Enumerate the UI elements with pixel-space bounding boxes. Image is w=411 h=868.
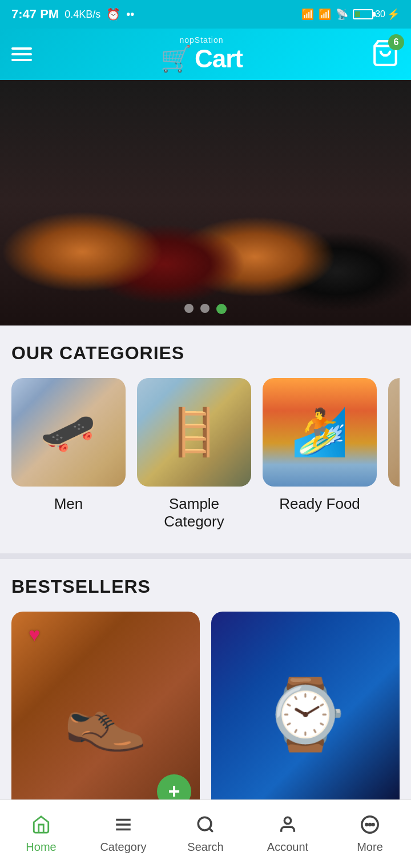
nav-item-search[interactable]: Search [164,809,247,859]
logo-cart-row: 🛒 Cart [160,45,243,73]
category-name-sample: Sample Category [137,495,251,531]
signal-icon: 📶 [301,8,314,21]
bestsellers-section: BESTSELLERS 👞 ♥ + ⌚ [0,559,411,834]
logo: nopStation 🛒 Cart [160,35,243,73]
category-icon [114,815,133,837]
hamburger-menu[interactable] [11,47,32,61]
banner-dots [184,304,227,314]
account-icon [278,815,297,837]
svg-point-10 [372,823,374,825]
svg-point-9 [369,823,371,825]
nav-label-search: Search [187,841,223,854]
nav-item-account[interactable]: Account [247,809,329,859]
more-icon [360,815,380,837]
svg-point-4 [198,817,211,830]
alarm-icon: ⏰ [106,7,120,21]
category-item-extra[interactable]: 🏜️ [388,378,400,531]
logo-top-text: nopStation [180,35,224,45]
logo-main-text: Cart [195,45,243,73]
wifi-icon: 📡 [336,8,348,21]
category-extra-emoji: 🏜️ [388,378,400,487]
hero-banner[interactable] [0,80,411,326]
time-display: 7:47 PM [11,7,59,22]
dot-3[interactable] [216,304,227,314]
watch-emoji: ⌚ [263,674,348,755]
category-item-sample[interactable]: 🪜 Sample Category [137,378,251,531]
header: nopStation 🛒 Cart 6 [0,29,411,80]
hamburger-line-2 [11,53,32,55]
heart-icon: ♥ [29,624,40,646]
bottom-nav: Home Category Search Account [0,799,411,868]
dot-1[interactable] [184,304,194,313]
cart-badge-count: 6 [388,34,404,50]
cart-logo-icon: 🛒 [160,46,192,71]
product-image-watch: ⌚ [211,612,400,817]
dot-2[interactable] [200,304,209,313]
category-food-emoji: 🏄 [263,378,377,487]
nav-label-more: More [357,841,383,854]
charging-icon: ⚡ [387,8,400,21]
categories-title: OUR CATEGORIES [11,343,400,364]
category-sample-emoji: 🪜 [137,378,251,487]
nav-item-home[interactable]: Home [0,809,82,859]
banner-image [0,80,411,326]
cart-button[interactable]: 6 [371,39,400,70]
nav-item-more[interactable]: More [329,809,411,859]
svg-point-6 [284,817,291,823]
hamburger-line-1 [11,47,32,50]
nav-label-account: Account [267,841,308,854]
wishlist-button-shoes[interactable]: ♥ [20,620,49,649]
svg-line-5 [209,828,213,831]
signal2-icon: 📶 [319,8,331,21]
category-img-food: 🏄 [263,378,377,487]
hamburger-line-3 [11,59,32,61]
bestsellers-title: BESTSELLERS [11,576,400,597]
nav-label-home: Home [26,841,56,854]
home-icon [31,815,51,837]
categories-scroll: 🛹 Men 🪜 Sample Category 🏄 Ready Food 🏜️ [11,378,400,536]
category-men-emoji: 🛹 [11,378,126,487]
battery-indicator: 30 ⚡ [353,8,400,21]
category-name-men: Men [54,495,83,513]
svg-point-8 [366,823,368,825]
dots-icon: •• [126,8,134,21]
category-img-sample: 🪜 [137,378,251,487]
product-card-watch[interactable]: ⌚ [211,612,400,817]
nav-label-category: Category [100,841,146,854]
status-bar: 7:47 PM 0.4KB/s ⏰ •• 📶 📶 📡 30 ⚡ [0,0,411,29]
search-icon [196,815,215,837]
product-card-shoes[interactable]: 👞 ♥ + [11,612,200,817]
battery-percent: 30 [375,9,385,19]
category-name-food: Ready Food [279,495,360,513]
category-item-food[interactable]: 🏄 Ready Food [263,378,377,531]
categories-section: OUR CATEGORIES 🛹 Men 🪜 Sample Category 🏄… [0,326,411,553]
status-left: 7:47 PM 0.4KB/s ⏰ •• [11,7,134,22]
nav-item-category[interactable]: Category [82,809,164,859]
speed-display: 0.4KB/s [65,9,100,21]
shoes-emoji: 👞 [63,674,148,755]
category-img-extra: 🏜️ [388,378,400,487]
category-img-men: 🛹 [11,378,126,487]
products-scroll: 👞 ♥ + ⌚ [11,612,400,817]
status-right: 📶 📶 📡 30 ⚡ [301,8,400,21]
category-item-men[interactable]: 🛹 Men [11,378,126,531]
section-divider [0,553,411,559]
